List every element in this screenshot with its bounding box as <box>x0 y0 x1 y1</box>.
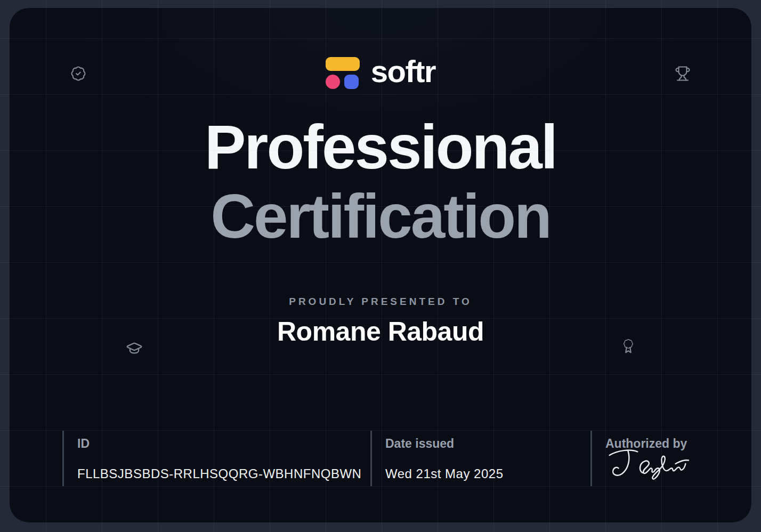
title-line-1: Professional <box>10 112 751 182</box>
softr-logo: softr <box>10 56 751 90</box>
date-issued-section: Date issued Wed 21st May 2025 <box>370 431 590 486</box>
date-issued-label: Date issued <box>385 437 590 450</box>
certificate-title: Professional Certification <box>10 112 751 251</box>
certificate-card: softr Professional Certification PROUDLY… <box>10 8 751 522</box>
logo-bar-shape <box>326 57 360 71</box>
id-value: FLLBSJBSBDS-RRLHSQQRG-WBHNFNQBWN <box>77 467 370 481</box>
presented-to-label: PROUDLY PRESENTED TO <box>10 296 751 308</box>
softr-wordmark: softr <box>371 56 435 90</box>
footer-info-row: ID FLLBSJBSBDS-RRLHSQQRG-WBHNFNQBWN Date… <box>62 431 750 486</box>
authorized-by-section: Authorized by <box>590 431 750 486</box>
signature <box>605 447 750 482</box>
softr-logo-icon <box>326 57 360 89</box>
certificate-id-section: ID FLLBSJBSBDS-RRLHSQQRG-WBHNFNQBWN <box>62 431 370 486</box>
logo-square-shape <box>344 75 359 89</box>
recipient-name: Romane Rabaud <box>10 316 751 347</box>
date-issued-value: Wed 21st May 2025 <box>385 467 590 481</box>
title-line-2: Certification <box>10 182 751 251</box>
logo-dot-shape <box>326 75 340 89</box>
id-label: ID <box>77 437 370 450</box>
